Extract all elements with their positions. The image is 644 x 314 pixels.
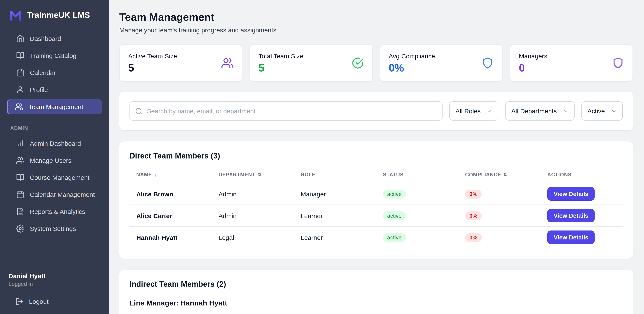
sidebar-item-label: Calendar Management — [30, 191, 95, 198]
stat-value: 5 — [128, 62, 177, 74]
table-row: Hannah Hyatt Legal Learner active 0% Vie… — [130, 227, 623, 248]
indirect-team-panel: Indirect Team Members (2) Line Manager: … — [119, 270, 633, 314]
status-badge: active — [383, 233, 406, 242]
direct-team-table: NAME ↑ DEPARTMENT ⇅ ROLE STATUS COMPLIAN — [130, 172, 623, 248]
sidebar-item-profile[interactable]: Profile — [7, 82, 102, 97]
sidebar-item-manage-users[interactable]: Manage Users — [7, 153, 102, 168]
sidebar-item-label: System Settings — [30, 225, 76, 232]
cell-department: Legal — [212, 234, 294, 241]
chevron-down-icon — [563, 108, 568, 114]
logged-in-status: Logged in — [8, 281, 100, 287]
departments-filter-select[interactable]: All Departments — [505, 102, 574, 120]
cell-status: active — [376, 211, 458, 220]
sort-asc-icon: ↑ — [154, 172, 157, 177]
main-nav: Dashboard Training Catalog Calendar Prof… — [0, 31, 109, 116]
admin-nav: Admin Dashboard Manage Users Course Mana… — [0, 136, 109, 238]
viewport: TrainmeUK LMS Dashboard Training Catalog… — [0, 0, 644, 314]
home-icon — [16, 34, 24, 42]
cell-status: active — [376, 233, 458, 242]
stat-card-avg-compliance: Avg Compliance 0% — [380, 44, 503, 82]
sidebar-item-label: Reports & Analytics — [30, 208, 85, 215]
sidebar: TrainmeUK LMS Dashboard Training Catalog… — [0, 0, 109, 314]
stat-card-active-team-size: Active Team Size 5 — [119, 44, 242, 82]
line-manager-heading: Line Manager: Hannah Hyatt — [130, 299, 623, 308]
compliance-badge: 0% — [465, 211, 482, 220]
book-open-icon — [16, 52, 24, 60]
table-row: Alice Carter Admin Learner active 0% Vie… — [130, 205, 623, 227]
sidebar-item-admin-dashboard[interactable]: Admin Dashboard — [7, 136, 102, 151]
stat-value: 5 — [258, 62, 304, 74]
sidebar-item-calendar-management[interactable]: Calendar Management — [7, 187, 102, 202]
shield-icon — [482, 57, 494, 69]
cell-department: Admin — [212, 190, 294, 198]
page-title: Team Management — [119, 11, 633, 24]
view-details-button[interactable]: View Details — [547, 187, 595, 201]
sidebar-item-label: Training Catalog — [30, 52, 76, 59]
book-open-icon — [16, 174, 24, 182]
logout-button[interactable]: Logout — [8, 298, 100, 306]
sort-both-icon: ⇅ — [503, 172, 508, 178]
cell-status: active — [376, 190, 458, 198]
departments-filter-value: All Departments — [511, 107, 557, 114]
sidebar-item-label: Course Management — [30, 174, 90, 181]
column-header-department[interactable]: DEPARTMENT ⇅ — [212, 172, 294, 178]
sidebar-item-system-settings[interactable]: System Settings — [7, 221, 102, 236]
stat-card-total-team-size: Total Team Size 5 — [250, 44, 373, 82]
app-logo: TrainmeUK LMS — [0, 0, 109, 31]
sidebar-item-label: Manage Users — [30, 157, 71, 164]
cell-name: Alice Brown — [130, 190, 212, 198]
stat-label: Active Team Size — [128, 52, 177, 60]
view-details-button[interactable]: View Details — [547, 230, 595, 244]
column-header-name[interactable]: NAME ↑ — [130, 172, 212, 178]
chevron-down-icon — [611, 108, 617, 114]
direct-team-title: Direct Team Members (3) — [130, 152, 623, 160]
sidebar-item-label: Dashboard — [30, 35, 61, 42]
cell-name: Hannah Hyatt — [130, 234, 212, 241]
search-input[interactable] — [130, 102, 442, 120]
column-header-status: STATUS — [376, 172, 458, 178]
stat-value: 0% — [389, 62, 435, 74]
stats-row: Active Team Size 5 Total Team Size 5 A — [119, 44, 633, 82]
roles-filter-value: All Roles — [455, 107, 480, 114]
sidebar-item-dashboard[interactable]: Dashboard — [7, 31, 102, 46]
sidebar-item-label: Team Management — [28, 103, 83, 110]
roles-filter-select[interactable]: All Roles — [449, 102, 498, 120]
file-text-icon — [16, 208, 24, 216]
stat-label: Total Team Size — [258, 52, 304, 60]
users-icon — [15, 103, 23, 111]
admin-section-label: ADMIN — [0, 116, 109, 136]
calendar-icon — [16, 190, 24, 198]
compliance-badge: 0% — [465, 233, 482, 242]
shield-icon — [612, 57, 624, 69]
sidebar-item-team-management[interactable]: Team Management — [7, 99, 102, 114]
column-header-actions: ACTIONS — [540, 172, 623, 178]
app-title: TrainmeUK LMS — [27, 11, 90, 20]
cell-compliance: 0% — [458, 190, 540, 198]
users-icon — [222, 57, 234, 69]
sidebar-item-label: Calendar — [30, 69, 56, 76]
user-icon — [16, 86, 24, 94]
gear-icon — [16, 224, 24, 232]
cell-actions: View Details — [540, 209, 623, 222]
cell-compliance: 0% — [458, 211, 540, 220]
sidebar-item-calendar[interactable]: Calendar — [7, 65, 102, 80]
sidebar-item-course-management[interactable]: Course Management — [7, 170, 102, 185]
column-header-compliance[interactable]: COMPLIANCE ⇅ — [458, 172, 540, 178]
compliance-badge: 0% — [465, 190, 482, 198]
bar-chart-icon — [16, 139, 24, 148]
view-details-button[interactable]: View Details — [547, 209, 595, 222]
app-window: TrainmeUK LMS Dashboard Training Catalog… — [0, 0, 644, 314]
sidebar-item-training-catalog[interactable]: Training Catalog — [7, 48, 102, 63]
cell-role: Learner — [294, 234, 376, 241]
app-logo-icon — [9, 9, 22, 22]
status-filter-select[interactable]: Active — [582, 102, 623, 120]
cell-department: Admin — [212, 212, 294, 219]
stat-label: Managers — [519, 52, 547, 60]
chevron-down-icon — [486, 108, 492, 114]
cell-actions: View Details — [540, 230, 623, 244]
cell-actions: View Details — [540, 187, 623, 201]
sidebar-item-reports-analytics[interactable]: Reports & Analytics — [7, 204, 102, 219]
stat-label: Avg Compliance — [389, 52, 435, 60]
status-badge: active — [383, 190, 406, 198]
stat-value: 0 — [519, 62, 547, 74]
